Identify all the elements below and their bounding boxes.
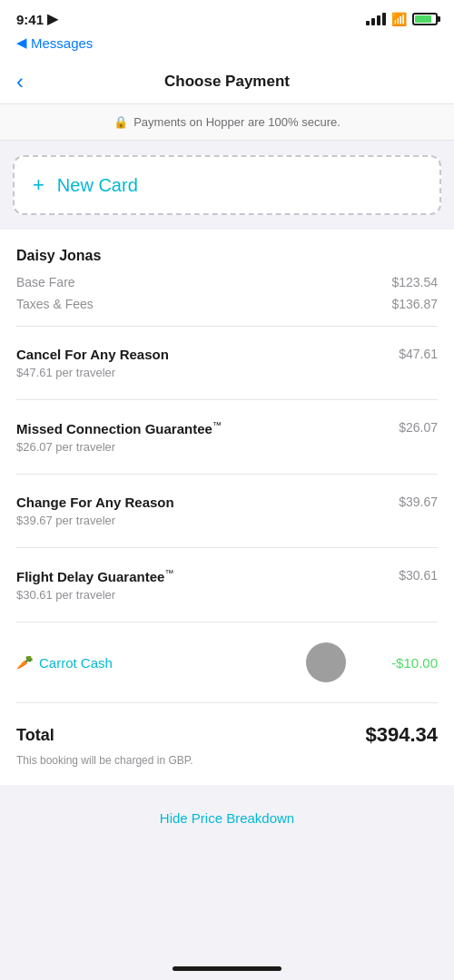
status-bar: 9:41 ▶ 📶 — [0, 0, 454, 33]
page-title: Choose Payment — [164, 73, 290, 91]
gbp-note: This booking will be charged in GBP. — [16, 754, 438, 767]
home-indicator — [173, 966, 281, 971]
back-arrow-icon: ◀ — [16, 34, 27, 51]
change-any-reason-row: Change For Any Reason $39.67 per travele… — [16, 485, 438, 536]
messages-bar[interactable]: ◀ Messages — [0, 33, 454, 60]
divider-1 — [16, 326, 438, 327]
new-card-label: New Card — [57, 175, 138, 196]
divider-4 — [16, 547, 438, 548]
carrot-icon: 🥕 — [16, 654, 34, 671]
base-fare-row: Base Fare $123.54 — [16, 271, 438, 293]
divider-2 — [16, 399, 438, 400]
flight-delay-left: Flight Delay Guarantee™ $30.61 per trave… — [16, 568, 390, 602]
price-breakdown-section: Daisy Jonas Base Fare $123.54 Taxes & Fe… — [0, 230, 454, 785]
security-text: Payments on Hopper are 100% secure. — [133, 115, 340, 129]
lock-icon: 🔒 — [114, 115, 128, 129]
cancel-any-reason-row: Cancel For Any Reason $47.61 per travele… — [16, 338, 438, 388]
cancel-any-reason-left: Cancel For Any Reason $47.61 per travele… — [16, 347, 390, 379]
carrot-cash-value: -$10.00 — [391, 655, 438, 671]
total-label: Total — [16, 726, 54, 745]
battery-icon — [412, 13, 438, 25]
cancel-any-reason-name: Cancel For Any Reason — [16, 347, 390, 362]
passenger-name: Daisy Jonas — [16, 248, 438, 264]
back-button[interactable]: ‹ — [16, 69, 24, 94]
carrot-cash-left: 🥕 Carrot Cash — [16, 654, 113, 671]
change-any-reason-left: Change For Any Reason $39.67 per travele… — [16, 495, 390, 527]
status-time: 9:41 — [16, 12, 44, 27]
status-left: 9:41 ▶ — [16, 11, 58, 27]
signal-bars — [366, 13, 386, 25]
divider-5 — [16, 622, 438, 622]
security-banner: 🔒 Payments on Hopper are 100% secure. — [0, 104, 454, 141]
base-fare-label: Base Fare — [16, 275, 75, 289]
flight-delay-row: Flight Delay Guarantee™ $30.61 per trave… — [16, 559, 438, 611]
carrot-cash-row: 🥕 Carrot Cash -$10.00 — [16, 633, 438, 691]
missed-connection-name: Missed Connection Guarantee™ — [16, 420, 390, 436]
grey-circle-indicator — [306, 642, 346, 682]
flight-delay-name: Flight Delay Guarantee™ — [16, 568, 390, 584]
divider-6 — [16, 702, 438, 703]
taxes-fees-row: Taxes & Fees $136.87 — [16, 293, 438, 315]
missed-connection-row: Missed Connection Guarantee™ $26.07 per … — [16, 411, 438, 463]
carrot-cash-container: 🥕 Carrot Cash -$10.00 — [16, 633, 438, 691]
change-any-reason-value: $39.67 — [399, 495, 438, 509]
missed-connection-left: Missed Connection Guarantee™ $26.07 per … — [16, 420, 390, 454]
flight-delay-value: $30.61 — [399, 568, 438, 583]
nav-header: ‹ Choose Payment — [0, 60, 454, 104]
divider-3 — [16, 474, 438, 475]
missed-connection-per-traveler: $26.07 per traveler — [16, 440, 390, 454]
new-card-button[interactable]: + New Card — [13, 155, 441, 215]
status-right: 📶 — [366, 12, 438, 26]
carrot-right-area: -$10.00 — [306, 642, 438, 682]
change-any-reason-per-traveler: $39.67 per traveler — [16, 514, 390, 527]
plus-icon: + — [33, 173, 44, 197]
change-any-reason-name: Change For Any Reason — [16, 495, 390, 510]
missed-connection-value: $26.07 — [399, 420, 438, 435]
messages-label: Messages — [31, 35, 93, 51]
cancel-any-reason-value: $47.61 — [399, 347, 438, 361]
taxes-fees-label: Taxes & Fees — [16, 297, 94, 311]
hide-breakdown-button[interactable]: Hide Price Breakdown — [0, 792, 454, 844]
total-row: Total $394.34 — [16, 714, 438, 750]
cancel-any-reason-per-traveler: $47.61 per traveler — [16, 366, 390, 379]
base-fare-value: $123.54 — [391, 275, 438, 289]
flight-delay-per-traveler: $30.61 per traveler — [16, 588, 390, 602]
total-value: $394.34 — [365, 723, 438, 747]
carrot-cash-label: Carrot Cash — [39, 655, 113, 671]
taxes-fees-value: $136.87 — [391, 297, 438, 311]
location-icon: ▶ — [47, 11, 58, 27]
wifi-icon: 📶 — [391, 12, 407, 26]
